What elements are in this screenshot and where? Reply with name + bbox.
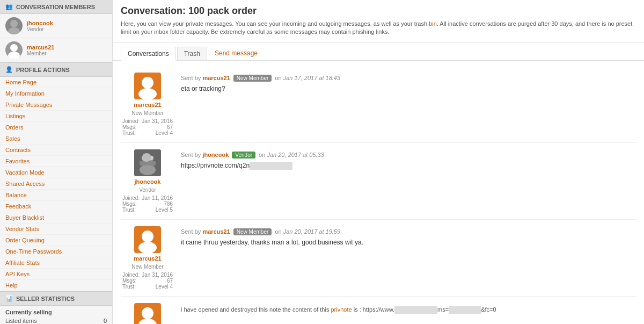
seller-stats-header: 📊 SELLER STATISTICS <box>0 291 112 306</box>
svg-point-5 <box>138 88 157 99</box>
msg2-meta: Joined:Jan 11, 2016 Msgs:786 Trust:Level… <box>122 195 173 213</box>
nav-contracts[interactable]: Contracts <box>0 145 112 156</box>
nav-order-queuing[interactable]: Order Queuing <box>0 235 112 246</box>
msg2-username[interactable]: jhoncook <box>135 178 161 185</box>
nav-balance[interactable]: Balance <box>0 190 112 201</box>
conversation-members-header: 👥 CONVERSATION MEMBERS <box>0 0 112 14</box>
redacted-1 <box>250 162 292 170</box>
msg3-role: New Member <box>131 264 163 270</box>
nav-listings[interactable]: Listings <box>0 111 112 122</box>
msg1-meta: Joined:Jan 31, 2016 Msgs:67 Trust:Level … <box>122 118 173 136</box>
message-1: marcus21 New Member Joined:Jan 31, 2016 … <box>121 66 636 143</box>
redacted-2 <box>394 306 437 314</box>
msg1-content: Sent by marcus21 New Member on Jan 17, 2… <box>181 73 636 136</box>
destroyed-note-body: i have opened and destroyed this note th… <box>181 305 636 315</box>
msg1-badge: New Member <box>233 75 272 82</box>
member-role-marcus21: Member <box>27 51 54 56</box>
listed-items-value: 0 <box>104 318 107 324</box>
privnote-link[interactable]: privnote <box>331 306 352 313</box>
nav-orders[interactable]: Orders <box>0 122 112 133</box>
seller-statistics: Currently selling Listed items 0 Will se… <box>0 306 112 324</box>
member-role-jhoncook: Vendor <box>27 26 53 32</box>
msg2-role: Vendor <box>139 187 156 193</box>
member-marcus21: marcus21 Member <box>0 38 112 62</box>
avatar-message-4 <box>134 303 161 324</box>
svg-point-0 <box>10 20 18 27</box>
svg-point-12 <box>142 153 151 162</box>
nav-vendor-stats[interactable]: Vendor Stats <box>0 224 112 235</box>
profile-nav: Home Page My Information Private Message… <box>0 77 112 291</box>
messages-area: marcus21 New Member Joined:Jan 31, 2016 … <box>113 61 644 324</box>
svg-point-2 <box>10 44 18 52</box>
member-jhoncook: jhoncook Vendor <box>0 14 112 38</box>
page-description: Here, you can view your private messages… <box>121 20 636 37</box>
redacted-3 <box>449 306 481 314</box>
svg-point-4 <box>142 77 153 89</box>
group-icon: 👥 <box>5 3 13 10</box>
profile-actions-header: 👤 PROFILE ACTIONS <box>0 62 112 77</box>
avatar-message-2 <box>134 149 161 176</box>
avatar-marcus21 <box>5 41 23 59</box>
nav-feedback[interactable]: Feedback <box>0 201 112 212</box>
page-title: Conversation: 100 pack order <box>121 5 636 17</box>
nav-one-time-passwords[interactable]: One-Time Passwords <box>0 246 112 257</box>
avatar-message-3 <box>134 226 161 253</box>
msg3-username[interactable]: marcus21 <box>134 255 161 262</box>
svg-point-14 <box>138 242 157 253</box>
svg-point-8 <box>140 164 156 175</box>
msg2-header: Sent by jhoncook Vendor on Jan 20, 2017 … <box>181 152 636 159</box>
svg-rect-11 <box>140 161 156 165</box>
currently-selling-title: Currently selling <box>5 309 107 315</box>
profile-icon: 👤 <box>5 66 13 73</box>
nav-shared-access[interactable]: Shared Access <box>0 178 112 190</box>
message-4: marcus21 New Member Joined:Jan 31, 2016 … <box>121 297 636 324</box>
nav-home-page[interactable]: Home Page <box>0 77 112 88</box>
nav-private-messages[interactable]: Private Messages <box>0 99 112 111</box>
message-2: jhoncook Vendor Joined:Jan 11, 2016 Msgs… <box>121 143 636 220</box>
bin-link[interactable]: bin <box>429 20 437 27</box>
main-content: Conversation: 100 pack order Here, you c… <box>113 0 644 324</box>
tab-trash[interactable]: Trash <box>177 47 207 60</box>
msg1-timestamp: Jan 17, 2017 at 18:43 <box>283 75 340 81</box>
msg3-timestamp: Jan 20, 2017 at 19:59 <box>283 228 340 235</box>
tab-bar: Conversations Trash Send message <box>113 42 644 61</box>
avatar-message-1 <box>134 73 161 99</box>
msg1-username[interactable]: marcus21 <box>134 102 161 108</box>
tab-send-message[interactable]: Send message <box>208 47 264 60</box>
msg2-body: https://privnote.com/q2n <box>181 162 636 170</box>
member-name-marcus21[interactable]: marcus21 <box>27 44 54 51</box>
msg3-header: Sent by marcus21 New Member on Jan 20, 2… <box>181 228 636 235</box>
msg1-body: eta or tracking? <box>181 85 636 92</box>
msg2-content: Sent by jhoncook Vendor on Jan 20, 2017 … <box>181 149 636 213</box>
nav-sales[interactable]: Sales <box>0 133 112 145</box>
nav-buyer-blacklist[interactable]: Buyer Blacklist <box>0 212 112 224</box>
msg3-meta: Joined:Jan 31, 2016 Msgs:67 Trust:Level … <box>122 272 173 290</box>
nav-affiliate-stats[interactable]: Affiliate Stats <box>0 257 112 269</box>
svg-point-15 <box>142 307 153 319</box>
msg2-badge: Vendor <box>232 152 255 159</box>
nav-my-information[interactable]: My Information <box>0 88 112 99</box>
svg-point-3 <box>8 52 20 59</box>
member-name-jhoncook[interactable]: jhoncook <box>27 20 53 26</box>
msg3-badge: New Member <box>233 228 272 235</box>
message-3: marcus21 New Member Joined:Jan 31, 2016 … <box>121 220 636 297</box>
msg4-content: i have opened and destroyed this note th… <box>181 303 636 324</box>
svg-point-1 <box>8 27 20 34</box>
msg3-sender[interactable]: marcus21 <box>202 228 230 235</box>
nav-favorites[interactable]: Favorites <box>0 156 112 167</box>
msg3-body: it came thruu yesterday, thanks man a lo… <box>181 239 636 246</box>
stats-icon: 📊 <box>5 295 13 302</box>
listed-items-label: Listed items <box>5 318 37 324</box>
msg1-role: New Member <box>131 110 163 116</box>
msg2-sender[interactable]: jhoncook <box>202 152 229 158</box>
msg2-timestamp: Jan 20, 2017 at 05:33 <box>267 152 324 158</box>
nav-vacation-mode[interactable]: Vacation Mode <box>0 167 112 178</box>
sidebar: 👥 CONVERSATION MEMBERS jhoncook Vendor m… <box>0 0 113 324</box>
tab-conversations[interactable]: Conversations <box>121 47 176 61</box>
msg3-content: Sent by marcus21 New Member on Jan 20, 2… <box>181 226 636 290</box>
listed-items-row: Listed items 0 <box>5 318 107 324</box>
nav-api-keys[interactable]: API Keys <box>0 269 112 280</box>
nav-help[interactable]: Help <box>0 280 112 291</box>
svg-point-16 <box>138 319 157 324</box>
msg1-sender[interactable]: marcus21 <box>202 75 230 81</box>
